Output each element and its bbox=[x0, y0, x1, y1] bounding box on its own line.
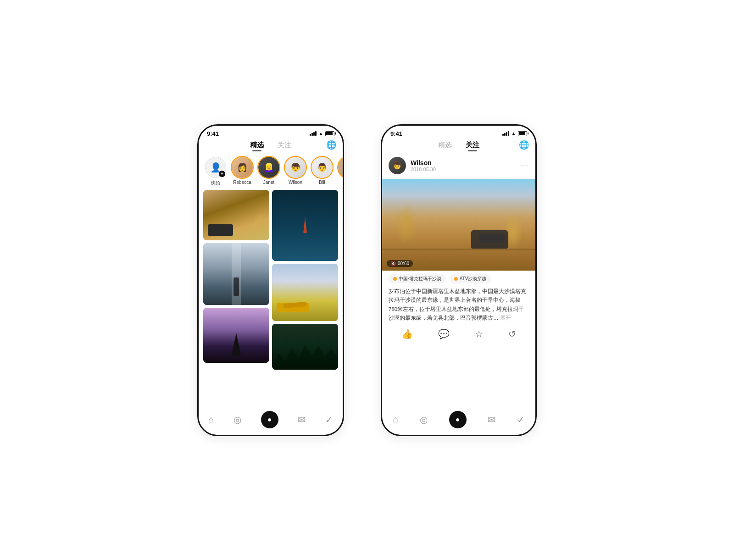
story-avatar-ha: 👩‍🦱 bbox=[338, 157, 343, 178]
right-status-icons: ▲ bbox=[502, 131, 527, 136]
right-phone-inner: 9:41 ▲ 精选 关注 🌐 bbox=[382, 126, 535, 435]
bottom-nav-messages-right[interactable]: ✉ bbox=[488, 414, 495, 425]
signal-icon bbox=[310, 131, 317, 136]
left-phone: 9:41 ▲ 精选 关注 🌐 bbox=[197, 124, 344, 436]
story-label-quickadd: 快拍 bbox=[211, 180, 220, 186]
plus-icon: + bbox=[218, 170, 226, 177]
tag-location[interactable]: 中国·塔克拉玛干沙漠 bbox=[389, 274, 446, 283]
story-label-wilson: Wilson bbox=[289, 180, 302, 185]
story-item-wilson[interactable]: 👦 Wilson bbox=[285, 157, 306, 186]
post-main-image: 🔇 00:60 bbox=[382, 179, 535, 271]
stories-row-left: 👤 + 快拍 👩 Rebecca 👱‍♀️ bbox=[199, 152, 343, 190]
avatar-img-rebecca: 👩 bbox=[232, 157, 253, 178]
quick-add-avatar: 👤 + bbox=[205, 157, 226, 178]
masonry-col-0 bbox=[203, 190, 269, 407]
post-more-button[interactable]: ··· bbox=[520, 161, 529, 170]
speaker-icon: 🔇 bbox=[390, 261, 396, 266]
story-avatar-wilson: 👦 bbox=[285, 157, 306, 178]
story-item-bill[interactable]: 👨 Bill bbox=[311, 157, 333, 186]
spacer bbox=[382, 343, 535, 407]
page-wrapper: 9:41 ▲ 精选 关注 🌐 bbox=[0, 97, 734, 464]
left-time: 9:41 bbox=[207, 130, 219, 137]
tab-following-left[interactable]: 关注 bbox=[278, 141, 291, 151]
left-status-icons: ▲ bbox=[310, 131, 334, 136]
bottom-nav-capture-left[interactable]: ● bbox=[261, 411, 278, 428]
post-author-name: Wilson bbox=[411, 159, 516, 166]
avatar-img-wilson-post: 👦 bbox=[393, 161, 402, 170]
post-author-avatar[interactable]: 👦 bbox=[389, 157, 406, 174]
left-nav-tabs: 精选 关注 🌐 bbox=[199, 138, 343, 152]
right-nav-tabs: 精选 关注 🌐 bbox=[382, 138, 535, 152]
story-label-bill: Bill bbox=[319, 180, 325, 185]
tag-location-text: 中国·塔克拉玛干沙漠 bbox=[399, 276, 441, 282]
post-author-date: 2018.05.30 bbox=[411, 166, 516, 172]
grid-img-mountain-sky[interactable] bbox=[203, 308, 269, 363]
tab-featured-right[interactable]: 精选 bbox=[438, 141, 452, 151]
wifi-icon: ▲ bbox=[318, 131, 323, 136]
story-item-ha[interactable]: 👩‍🦱 Ha... bbox=[338, 157, 343, 186]
tag-activity[interactable]: ATV沙漠穿越 bbox=[450, 274, 491, 283]
tag-activity-text: ATV沙漠穿越 bbox=[460, 276, 487, 282]
battery-icon bbox=[325, 131, 334, 136]
story-avatar-bill: 👨 bbox=[311, 157, 333, 178]
post-description: 罗布泊位于中国新疆塔里木盆地东部，中国最大沙漠塔克拉玛干沙漠的最东缘，是世界上著… bbox=[382, 285, 535, 325]
share-button[interactable]: ↺ bbox=[508, 328, 516, 339]
grid-img-desert-buggy[interactable] bbox=[203, 190, 269, 240]
globe-icon-right[interactable]: 🌐 bbox=[519, 140, 529, 150]
bottom-nav-explore-right[interactable]: ◎ bbox=[420, 414, 428, 425]
right-battery-icon bbox=[518, 131, 527, 136]
bottom-nav-capture-right[interactable]: ● bbox=[449, 411, 467, 428]
comment-button[interactable]: 💬 bbox=[438, 328, 450, 339]
right-phone: 9:41 ▲ 精选 关注 🌐 bbox=[381, 124, 537, 436]
video-duration: 00:60 bbox=[398, 261, 409, 266]
left-status-bar: 9:41 ▲ bbox=[199, 126, 343, 138]
grid-img-ocean-boat[interactable] bbox=[272, 190, 338, 261]
right-status-bar: 9:41 ▲ bbox=[382, 126, 535, 138]
story-label-janet: Janet bbox=[263, 180, 274, 185]
post-action-bar: 👍 💬 ☆ ↺ bbox=[382, 325, 535, 343]
right-wifi-icon: ▲ bbox=[511, 131, 516, 136]
video-badge: 🔇 00:60 bbox=[387, 260, 413, 267]
bottom-nav-explore-left[interactable]: ◎ bbox=[234, 414, 241, 425]
bottom-nav-profile-right[interactable]: ✓ bbox=[517, 414, 525, 425]
tab-following-right[interactable]: 关注 bbox=[466, 141, 479, 151]
grid-img-yellow-plane[interactable] bbox=[272, 264, 338, 321]
post-tags-row: 中国·塔克拉玛干沙漠 ATV沙漠穿越 bbox=[382, 271, 535, 285]
story-avatar-janet: 👱‍♀️ bbox=[258, 157, 279, 178]
avatar-img-wilson: 👦 bbox=[285, 157, 306, 178]
grid-img-forest-dark[interactable] bbox=[272, 324, 338, 370]
bottom-nav-profile-left[interactable]: ✓ bbox=[325, 414, 333, 425]
story-item-quickadd[interactable]: 👤 + 快拍 bbox=[205, 157, 226, 186]
like-button[interactable]: 👍 bbox=[401, 328, 413, 339]
bottom-nav-home-right[interactable]: ⌂ bbox=[393, 414, 398, 425]
masonry-col-1 bbox=[272, 190, 338, 407]
avatar-img-ha: 👩‍🦱 bbox=[338, 157, 343, 178]
globe-icon-left[interactable]: 🌐 bbox=[326, 140, 336, 150]
grid-img-waterfall[interactable] bbox=[203, 243, 269, 305]
story-item-rebecca[interactable]: 👩 Rebecca bbox=[232, 157, 253, 186]
story-avatar-rebecca: 👩 bbox=[232, 157, 253, 178]
bottom-nav-home-left[interactable]: ⌂ bbox=[208, 414, 214, 425]
right-bottom-nav: ⌂ ◎ ● ✉ ✓ bbox=[382, 407, 535, 435]
tab-featured-left[interactable]: 精选 bbox=[250, 141, 264, 151]
story-item-janet[interactable]: 👱‍♀️ Janet bbox=[258, 157, 279, 186]
tag-dot-location bbox=[393, 277, 397, 281]
star-button[interactable]: ☆ bbox=[475, 328, 483, 339]
avatar-img-bill: 👨 bbox=[311, 157, 333, 178]
left-bottom-nav: ⌂ ◎ ● ✉ ✓ bbox=[199, 407, 343, 435]
right-time: 9:41 bbox=[390, 130, 402, 137]
story-label-rebecca: Rebecca bbox=[233, 180, 251, 185]
masonry-grid-left bbox=[199, 190, 343, 407]
right-signal-icon bbox=[502, 131, 509, 136]
post-meta: Wilson 2018.05.30 bbox=[411, 159, 516, 172]
expand-button[interactable]: 展开 bbox=[500, 315, 511, 321]
avatar-img-janet: 👱‍♀️ bbox=[258, 157, 279, 178]
post-header: 👦 Wilson 2018.05.30 ··· bbox=[382, 152, 535, 179]
left-phone-inner: 9:41 ▲ 精选 关注 🌐 bbox=[199, 126, 343, 435]
tag-dot-activity bbox=[454, 277, 458, 281]
bottom-nav-messages-left[interactable]: ✉ bbox=[298, 414, 306, 425]
